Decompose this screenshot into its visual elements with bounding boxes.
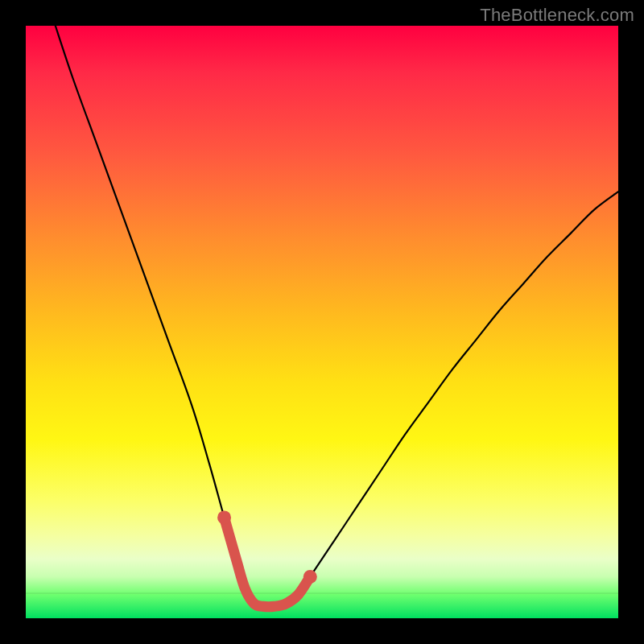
sweet-spot-curve: [225, 518, 311, 607]
sweet-spot-end-icon: [217, 510, 231, 524]
watermark-text: TheBottleneck.com: [480, 5, 634, 26]
plot-area: [26, 26, 618, 618]
bottleneck-curve: [56, 26, 618, 607]
sweet-spot-end-icon: [303, 570, 317, 584]
chart-frame: TheBottleneck.com: [0, 0, 644, 644]
curve-layer: [26, 26, 618, 618]
